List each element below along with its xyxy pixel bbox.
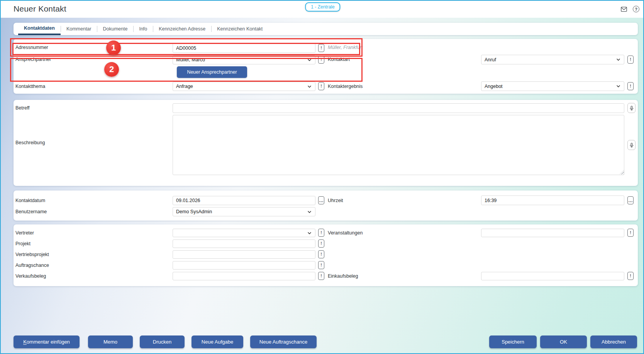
chevron-down-icon: [307, 57, 312, 62]
chevron-down-icon: [616, 57, 621, 62]
tab-kennzeichen-adresse[interactable]: Kennzeichen Adresse: [153, 23, 211, 35]
ansprechpartner-select[interactable]: Müller, Marco: [173, 55, 315, 64]
auftragschance-label: Auftragschance: [15, 263, 49, 268]
contact-head-card: Adressnummer ! Müller, Frankfurt Ansprec…: [14, 39, 638, 94]
ansprechpartner-value: Müller, Marco: [176, 57, 205, 62]
kontaktart-value: Anruf: [485, 57, 496, 62]
verkaufsbeleg-label: Verkaufsbeleg: [15, 273, 46, 279]
benutzername-value: Demo SysAdmin: [176, 209, 212, 214]
kontaktthema-select[interactable]: Anfrage: [173, 82, 315, 91]
kontaktergebnis-select[interactable]: Angebot: [481, 81, 624, 91]
window-header: Neuer Kontakt 1 - Zentrale ?: [1, 1, 643, 18]
vertriebsprojekt-label: Vertriebsprojekt: [15, 252, 49, 257]
vertriebsprojekt-input[interactable]: [173, 250, 315, 259]
accesskey: K: [23, 339, 27, 345]
mandatory-icon: !: [318, 56, 324, 64]
time-picker-icon[interactable]: …: [627, 196, 634, 204]
beschreibung-label: Beschreibung: [15, 140, 45, 145]
auftragschance-input[interactable]: [173, 261, 315, 270]
mandatory-icon: !: [318, 272, 324, 280]
kontaktergebnis-value: Angebot: [485, 84, 503, 89]
mandatory-icon: !: [627, 56, 634, 64]
veranstaltungen-label: Veranstaltungen: [328, 230, 363, 236]
mandant-badge[interactable]: 1 - Zentrale: [305, 2, 340, 12]
verkaufsbeleg-input[interactable]: [173, 272, 315, 280]
tab-kennzeichen-kontakt[interactable]: Kennzeichen Kontakt: [211, 23, 268, 35]
mandatory-icon: !: [318, 250, 324, 258]
mandatory-icon: !: [318, 239, 324, 248]
adressnummer-input[interactable]: [173, 43, 315, 53]
tab-bar: Kontaktdaten Kommentar Dokumente Info Ke…: [14, 23, 638, 35]
links-card: Vertreter ! Veranstaltungen ! Projekt ! …: [14, 224, 638, 286]
vertreter-select[interactable]: [173, 229, 315, 237]
benutzername-select[interactable]: Demo SysAdmin: [173, 207, 315, 216]
tab-kommentar[interactable]: Kommentar: [61, 23, 97, 35]
mandatory-icon: !: [318, 44, 324, 52]
veranstaltungen-input[interactable]: [481, 229, 624, 237]
beschreibung-textarea[interactable]: [173, 115, 624, 175]
memo-button[interactable]: Memo: [88, 335, 133, 348]
description-card: Betreff Beschreibung: [14, 100, 638, 186]
mandatory-icon: !: [318, 82, 324, 90]
kommentar-einfuegen-button[interactable]: Kommentar einfügen: [14, 335, 80, 348]
drucken-button[interactable]: Drucken: [140, 335, 185, 348]
neuer-ansprechpartner-button[interactable]: Neuer Ansprechpartner: [177, 66, 247, 78]
neue-aufgabe-button[interactable]: Neue Aufgabe: [192, 335, 243, 348]
kontaktthema-value: Anfrage: [176, 84, 193, 89]
projekt-label: Projekt: [15, 241, 31, 246]
kontaktdatum-input[interactable]: [173, 196, 315, 205]
date-picker-icon[interactable]: …: [318, 196, 324, 204]
tab-info[interactable]: Info: [133, 23, 153, 35]
mandatory-icon: !: [627, 82, 634, 90]
mandatory-icon: !: [318, 261, 324, 269]
tab-dokumente[interactable]: Dokumente: [97, 23, 133, 35]
help-icon[interactable]: ?: [633, 6, 639, 12]
tab-kontaktdaten[interactable]: Kontaktdaten: [18, 23, 61, 35]
betreff-input[interactable]: [173, 103, 624, 113]
einkaufsbeleg-input[interactable]: [481, 272, 624, 280]
ok-button[interactable]: OK: [540, 335, 587, 348]
mandatory-icon: !: [318, 229, 324, 237]
chevron-down-icon: [307, 84, 312, 89]
neue-auftragschance-button[interactable]: Neue Auftragschance: [250, 335, 317, 348]
adressnummer-label: Adressnummer: [15, 45, 48, 50]
kontaktart-label: Kontaktart: [328, 57, 350, 62]
einkaufsbeleg-label: Einkaufsbeleg: [328, 273, 358, 279]
kontaktergebnis-label: Kontaktergebnis: [328, 84, 363, 89]
mandatory-icon: !: [627, 272, 634, 280]
abbrechen-button[interactable]: Abbrechen: [590, 335, 637, 348]
kontaktart-select[interactable]: Anruf: [481, 55, 624, 64]
mail-icon[interactable]: [620, 6, 627, 13]
kontaktdatum-label: Kontaktdatum: [15, 198, 45, 203]
page-title: Neuer Kontakt: [14, 4, 66, 13]
uhrzeit-input[interactable]: [481, 196, 624, 205]
projekt-input[interactable]: [173, 239, 315, 248]
chevron-down-icon: [307, 231, 312, 236]
mandatory-icon: !: [627, 229, 634, 237]
neuer-kontakt-window: Neuer Kontakt 1 - Zentrale ? Kontaktdate…: [0, 0, 644, 354]
microphone-icon[interactable]: [627, 103, 636, 113]
chevron-down-icon: [616, 84, 621, 89]
betreff-label: Betreff: [15, 105, 30, 111]
microphone-icon[interactable]: [627, 140, 636, 150]
speichern-button[interactable]: Speichern: [489, 335, 537, 348]
chevron-down-icon: [307, 209, 312, 214]
button-label: ommentar einfügen: [27, 339, 70, 345]
date-user-card: Kontaktdatum … Uhrzeit … Benutzername De…: [14, 190, 638, 221]
vertreter-label: Vertreter: [15, 230, 34, 236]
benutzername-label: Benutzername: [15, 209, 47, 214]
uhrzeit-label: Uhrzeit: [328, 198, 343, 203]
adressnummer-hint: Müller, Frankfurt: [328, 45, 363, 50]
ansprechpartner-label: Ansprechpartner: [15, 57, 51, 62]
kontaktthema-label: Kontaktthema: [15, 84, 45, 89]
